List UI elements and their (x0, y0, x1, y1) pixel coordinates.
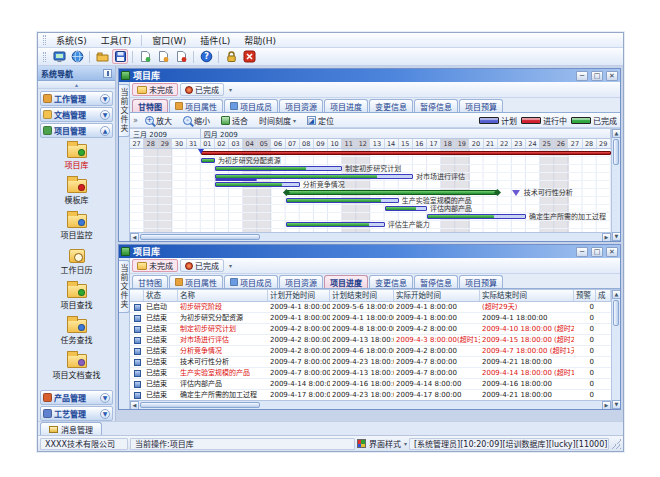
column-header-计划结束时间[interactable]: 计划结束时间 (330, 290, 394, 301)
table-row[interactable]: 已启动初步研究阶段2009-4-1 8:00:002009-5-6 18:00:… (130, 302, 611, 313)
tab-项目资源[interactable]: 项目资源 (279, 275, 323, 288)
doc-new-button[interactable] (137, 49, 153, 64)
toolbar-overflow-icon[interactable]: ▾ (229, 86, 232, 93)
toolbar-grip[interactable] (43, 52, 46, 62)
column-header-实际结束时间[interactable]: 实际结束时间 (480, 290, 574, 301)
fit-button[interactable]: 适合 (217, 113, 252, 128)
tab-项目预算[interactable]: 项目预算 (459, 275, 503, 288)
scroll-down-icon[interactable]: ▼ (612, 232, 620, 241)
tab-项目资源[interactable]: 项目资源 (279, 99, 323, 112)
locate-button[interactable]: ◪定位 (303, 113, 338, 128)
doc-edit-button[interactable] (155, 49, 171, 64)
minimize-icon[interactable]: ─ (576, 71, 588, 81)
scroll-right-icon[interactable]: ▶ (602, 401, 611, 409)
current-folder-tab[interactable]: 当前文件夹 (119, 84, 130, 137)
panel-title-bar[interactable]: 项目库 ─ □ ✕ (119, 245, 620, 258)
gantt-canvas[interactable]: 为初步研究分配资源制定初步研究计划对市场进行评估分析竞争情况技术可行性分析生产实… (130, 149, 611, 232)
tab-项目进度[interactable]: 项目进度 (324, 99, 368, 112)
tab-变更信息[interactable]: 变更信息 (369, 275, 413, 288)
panel-title-bar[interactable]: 项目库 ─ □ ✕ (119, 69, 620, 82)
tab-暂停信息[interactable]: 暂停信息 (414, 275, 458, 288)
table-row[interactable]: 已结束制定初步研究计划2009-4-2 8:00:002009-4-8 18:0… (130, 324, 611, 335)
sidebar-section-工艺管理[interactable]: 工艺管理▼ (40, 406, 113, 421)
help-button[interactable]: ? (198, 49, 214, 64)
sidebar-section-工作管理[interactable]: 工作管理▼ (40, 91, 113, 106)
zoom-in-button[interactable]: +放大 (141, 113, 176, 128)
tab-项目进度[interactable]: 项目进度 (324, 275, 368, 288)
chevron-down-icon[interactable]: ▼ (100, 393, 110, 403)
tab-变更信息[interactable]: 变更信息 (369, 99, 413, 112)
tab-项目属性[interactable]: 项目属性 (169, 275, 223, 288)
menu-item[interactable]: 系统(S) (49, 33, 94, 48)
resize-grip[interactable] (611, 439, 621, 449)
column-header-成[interactable]: 成 (596, 290, 611, 301)
sidebar-item-项目库[interactable]: 项目库 (40, 141, 113, 170)
tab-项目成员[interactable]: 项目成员 (224, 275, 278, 288)
lock-button[interactable] (223, 49, 239, 64)
close-icon[interactable]: ✕ (606, 71, 618, 81)
table-row[interactable]: 已结束对市场进行评估2009-4-2 8:00:002009-4-13 18:0… (130, 335, 611, 346)
task-bar[interactable] (201, 158, 215, 163)
chevron-down-icon[interactable]: ▼ (100, 110, 110, 120)
hscroll-thumb[interactable] (140, 402, 260, 408)
scroll-left-icon[interactable]: ◀ (130, 233, 139, 241)
restore-icon[interactable]: □ (591, 71, 603, 81)
vscroll-thumb[interactable] (613, 300, 619, 326)
tab-甘特图[interactable]: 甘特图 (132, 99, 168, 112)
chevron-down-icon[interactable]: ▼ (100, 94, 110, 104)
tab-项目成员[interactable]: 项目成员 (224, 99, 278, 112)
column-header-名称[interactable]: 名称 (178, 290, 268, 301)
chevron-down-icon[interactable]: ▼ (100, 409, 110, 419)
task-bar[interactable] (385, 206, 427, 211)
column-header-状态[interactable]: 状态 (144, 290, 178, 301)
filter-已完成-button[interactable]: 已完成 (180, 259, 224, 272)
tab-项目预算[interactable]: 项目预算 (459, 99, 503, 112)
sidebar-item-项目查找[interactable]: 项目查找 (40, 281, 113, 310)
tab-甘特图[interactable]: 甘特图 (132, 275, 168, 288)
menubar-grip[interactable] (43, 35, 46, 45)
gantt-hscrollbar[interactable]: ◀ ▶ (130, 232, 611, 241)
scroll-right-icon[interactable]: ▶ (602, 233, 611, 241)
sidebar-item-模板库[interactable]: 模板库 (40, 176, 113, 205)
sidebar-section-文档管理[interactable]: 文档管理▼ (40, 107, 113, 122)
sidebar-section-项目管理[interactable]: 项目管理▲ (40, 123, 113, 138)
restore-icon[interactable]: □ (591, 247, 603, 257)
table-row[interactable]: 已结束技术可行性分析2009-4-7 8:00:002009-4-23 18:0… (130, 357, 611, 368)
scroll-left-icon[interactable]: ◀ (130, 401, 139, 409)
table-row[interactable]: 已结束确定生产所需的加工过程2009-4-17 8:00:002009-4-23… (130, 390, 611, 400)
task-bar[interactable] (215, 182, 300, 187)
globe-button[interactable] (69, 49, 85, 64)
menu-item[interactable]: 帮助(H) (237, 33, 283, 48)
task-bar-completed[interactable] (286, 190, 498, 195)
column-header-预警[interactable]: 预警 (574, 290, 596, 301)
filter-未完成-button[interactable]: 未完成 (132, 259, 178, 272)
exit-button[interactable] (241, 49, 257, 64)
monitor-button[interactable] (51, 49, 67, 64)
chevron-up-icon[interactable]: ▲ (100, 126, 110, 136)
folder-open-button[interactable] (94, 49, 110, 64)
sidebar-item-工作日历[interactable]: 工作日历 (40, 246, 113, 275)
table-vscrollbar[interactable]: ▲ ▼ (611, 290, 620, 409)
sidebar-item-项目监控[interactable]: 项目监控 (40, 211, 113, 240)
doc-delete-button[interactable] (173, 49, 189, 64)
tab-项目属性[interactable]: 项目属性 (169, 99, 223, 112)
task-bar[interactable] (286, 222, 385, 227)
task-bar[interactable] (215, 166, 342, 171)
task-bar[interactable] (286, 198, 399, 203)
timescale-button[interactable]: 时间刻度▾ (255, 113, 300, 128)
filter-未完成-button[interactable]: 未完成 (132, 83, 178, 96)
table-row[interactable]: 已结束生产实验室规模的产品2009-4-7 8:00:002009-4-13 1… (130, 368, 611, 379)
summary-bar-in-progress[interactable] (201, 151, 611, 155)
table-row[interactable]: 已结束分析竞争情况2009-4-2 8:00:002009-4-6 18:00:… (130, 346, 611, 357)
sidebar-section-产品管理[interactable]: 产品管理▼ (40, 390, 113, 405)
column-header-计划开始时间[interactable]: 计划开始时间 (268, 290, 330, 301)
table-row[interactable]: 已结束为初步研究分配资源2009-4-1 8:00:002009-4-1 18:… (130, 313, 611, 324)
tab-暂停信息[interactable]: 暂停信息 (414, 99, 458, 112)
ui-style-button[interactable]: 界面样式 ▾ (357, 438, 407, 449)
table-hscrollbar[interactable]: ◀ ▶ (130, 400, 611, 409)
minimize-icon[interactable]: ─ (576, 247, 588, 257)
vscroll-thumb[interactable] (613, 139, 619, 165)
gantt-vscrollbar[interactable]: ▲ ▼ (611, 129, 620, 241)
zoom-out-button[interactable]: -缩小 (179, 113, 214, 128)
column-header-icon[interactable] (130, 290, 144, 301)
